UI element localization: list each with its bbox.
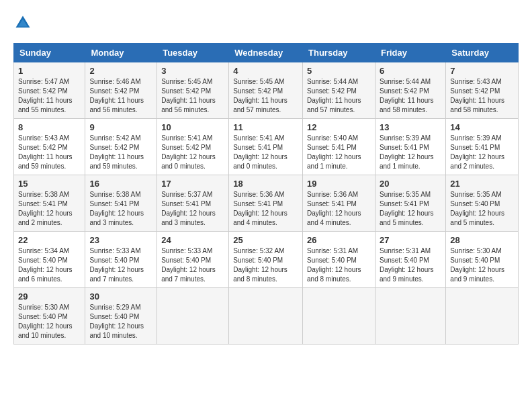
day-number: 29	[18, 291, 81, 302]
calendar-week-row: 15Sunrise: 5:38 AM Sunset: 5:41 PM Dayli…	[14, 175, 519, 232]
calendar-cell: 2Sunrise: 5:46 AM Sunset: 5:42 PM Daylig…	[85, 62, 157, 119]
day-info: Sunrise: 5:47 AM Sunset: 5:42 PM Dayligh…	[18, 77, 81, 115]
weekday-header: Wednesday	[229, 44, 303, 62]
day-number: 11	[233, 122, 298, 132]
day-info: Sunrise: 5:37 AM Sunset: 5:41 PM Dayligh…	[161, 190, 224, 228]
day-info: Sunrise: 5:44 AM Sunset: 5:42 PM Dayligh…	[380, 77, 441, 115]
calendar-cell: 14Sunrise: 5:39 AM Sunset: 5:41 PM Dayli…	[446, 119, 519, 175]
calendar-cell: 13Sunrise: 5:39 AM Sunset: 5:41 PM Dayli…	[375, 119, 445, 175]
day-number: 3	[161, 66, 224, 76]
calendar-week-row: 29Sunrise: 5:30 AM Sunset: 5:40 PM Dayli…	[14, 288, 519, 345]
calendar-cell: 9Sunrise: 5:42 AM Sunset: 5:42 PM Daylig…	[85, 119, 157, 175]
weekday-header-row: SundayMondayTuesdayWednesdayThursdayFrid…	[14, 44, 519, 62]
calendar-cell: 3Sunrise: 5:45 AM Sunset: 5:42 PM Daylig…	[157, 62, 229, 119]
day-number: 21	[450, 179, 514, 189]
day-number: 7	[450, 66, 514, 76]
calendar-cell: 1Sunrise: 5:47 AM Sunset: 5:42 PM Daylig…	[14, 62, 85, 119]
calendar-cell: 18Sunrise: 5:36 AM Sunset: 5:41 PM Dayli…	[229, 175, 303, 232]
calendar-week-row: 1Sunrise: 5:47 AM Sunset: 5:42 PM Daylig…	[14, 62, 519, 119]
calendar-cell: 29Sunrise: 5:30 AM Sunset: 5:40 PM Dayli…	[14, 288, 85, 345]
day-info: Sunrise: 5:34 AM Sunset: 5:40 PM Dayligh…	[18, 246, 81, 284]
day-info: Sunrise: 5:33 AM Sunset: 5:40 PM Dayligh…	[89, 246, 152, 284]
day-number: 22	[18, 235, 81, 245]
day-number: 5	[307, 66, 371, 76]
calendar-cell: 20Sunrise: 5:35 AM Sunset: 5:41 PM Dayli…	[375, 175, 445, 232]
day-number: 30	[89, 291, 152, 302]
calendar-cell: 4Sunrise: 5:45 AM Sunset: 5:42 PM Daylig…	[229, 62, 303, 119]
day-info: Sunrise: 5:41 AM Sunset: 5:41 PM Dayligh…	[233, 134, 298, 171]
day-info: Sunrise: 5:35 AM Sunset: 5:40 PM Dayligh…	[450, 190, 514, 228]
calendar-cell: 5Sunrise: 5:44 AM Sunset: 5:42 PM Daylig…	[303, 62, 375, 119]
weekday-header: Monday	[85, 44, 157, 62]
day-info: Sunrise: 5:42 AM Sunset: 5:42 PM Dayligh…	[89, 134, 152, 171]
calendar-cell: 22Sunrise: 5:34 AM Sunset: 5:40 PM Dayli…	[14, 232, 85, 288]
weekday-header: Sunday	[14, 44, 85, 62]
day-number: 28	[450, 235, 514, 245]
day-info: Sunrise: 5:32 AM Sunset: 5:40 PM Dayligh…	[233, 246, 298, 284]
calendar-cell: 27Sunrise: 5:31 AM Sunset: 5:40 PM Dayli…	[375, 232, 445, 288]
calendar-cell: 15Sunrise: 5:38 AM Sunset: 5:41 PM Dayli…	[14, 175, 85, 232]
day-number: 26	[307, 235, 371, 245]
calendar-cell	[446, 288, 519, 345]
day-number: 19	[307, 179, 371, 189]
day-info: Sunrise: 5:40 AM Sunset: 5:41 PM Dayligh…	[307, 134, 371, 171]
day-number: 14	[450, 122, 514, 132]
calendar-cell	[303, 288, 375, 345]
day-info: Sunrise: 5:30 AM Sunset: 5:40 PM Dayligh…	[450, 246, 514, 284]
day-info: Sunrise: 5:35 AM Sunset: 5:41 PM Dayligh…	[380, 190, 441, 228]
day-number: 2	[89, 66, 152, 76]
day-number: 1	[18, 66, 81, 76]
calendar-cell: 16Sunrise: 5:38 AM Sunset: 5:41 PM Dayli…	[85, 175, 157, 232]
day-number: 23	[89, 235, 152, 245]
logo	[13, 13, 35, 32]
day-number: 27	[380, 235, 441, 245]
day-info: Sunrise: 5:45 AM Sunset: 5:42 PM Dayligh…	[233, 77, 298, 115]
day-info: Sunrise: 5:44 AM Sunset: 5:42 PM Dayligh…	[307, 77, 371, 115]
calendar-table: SundayMondayTuesdayWednesdayThursdayFrid…	[13, 43, 519, 345]
day-number: 10	[161, 122, 224, 132]
day-info: Sunrise: 5:29 AM Sunset: 5:40 PM Dayligh…	[89, 303, 152, 340]
calendar-cell	[375, 288, 445, 345]
weekday-header: Friday	[375, 44, 445, 62]
day-info: Sunrise: 5:36 AM Sunset: 5:41 PM Dayligh…	[233, 190, 298, 228]
logo-icon	[13, 13, 32, 32]
day-info: Sunrise: 5:39 AM Sunset: 5:41 PM Dayligh…	[380, 134, 441, 171]
day-info: Sunrise: 5:30 AM Sunset: 5:40 PM Dayligh…	[18, 303, 81, 340]
day-info: Sunrise: 5:38 AM Sunset: 5:41 PM Dayligh…	[18, 190, 81, 228]
day-number: 24	[161, 235, 224, 245]
calendar-cell: 11Sunrise: 5:41 AM Sunset: 5:41 PM Dayli…	[229, 119, 303, 175]
day-info: Sunrise: 5:33 AM Sunset: 5:40 PM Dayligh…	[161, 246, 224, 284]
page-header	[13, 13, 519, 32]
calendar-cell: 10Sunrise: 5:41 AM Sunset: 5:42 PM Dayli…	[157, 119, 229, 175]
day-number: 12	[307, 122, 371, 132]
day-info: Sunrise: 5:46 AM Sunset: 5:42 PM Dayligh…	[89, 77, 152, 115]
day-info: Sunrise: 5:38 AM Sunset: 5:41 PM Dayligh…	[89, 190, 152, 228]
day-number: 13	[380, 122, 441, 132]
day-number: 4	[233, 66, 298, 76]
calendar-cell: 17Sunrise: 5:37 AM Sunset: 5:41 PM Dayli…	[157, 175, 229, 232]
calendar-cell: 24Sunrise: 5:33 AM Sunset: 5:40 PM Dayli…	[157, 232, 229, 288]
calendar-cell: 8Sunrise: 5:43 AM Sunset: 5:42 PM Daylig…	[14, 119, 85, 175]
day-info: Sunrise: 5:36 AM Sunset: 5:41 PM Dayligh…	[307, 190, 371, 228]
day-number: 18	[233, 179, 298, 189]
day-info: Sunrise: 5:41 AM Sunset: 5:42 PM Dayligh…	[161, 134, 224, 171]
weekday-header: Saturday	[446, 44, 519, 62]
calendar-week-row: 8Sunrise: 5:43 AM Sunset: 5:42 PM Daylig…	[14, 119, 519, 175]
calendar-cell: 28Sunrise: 5:30 AM Sunset: 5:40 PM Dayli…	[446, 232, 519, 288]
calendar-cell: 12Sunrise: 5:40 AM Sunset: 5:41 PM Dayli…	[303, 119, 375, 175]
calendar-cell: 7Sunrise: 5:43 AM Sunset: 5:42 PM Daylig…	[446, 62, 519, 119]
day-number: 17	[161, 179, 224, 189]
day-number: 9	[89, 122, 152, 132]
day-info: Sunrise: 5:45 AM Sunset: 5:42 PM Dayligh…	[161, 77, 224, 115]
day-info: Sunrise: 5:31 AM Sunset: 5:40 PM Dayligh…	[307, 246, 371, 284]
calendar-cell: 23Sunrise: 5:33 AM Sunset: 5:40 PM Dayli…	[85, 232, 157, 288]
calendar-cell	[229, 288, 303, 345]
weekday-header: Thursday	[303, 44, 375, 62]
day-number: 16	[89, 179, 152, 189]
day-number: 25	[233, 235, 298, 245]
day-number: 6	[380, 66, 441, 76]
calendar-cell: 19Sunrise: 5:36 AM Sunset: 5:41 PM Dayli…	[303, 175, 375, 232]
day-number: 20	[380, 179, 441, 189]
calendar-cell: 30Sunrise: 5:29 AM Sunset: 5:40 PM Dayli…	[85, 288, 157, 345]
calendar-cell: 26Sunrise: 5:31 AM Sunset: 5:40 PM Dayli…	[303, 232, 375, 288]
